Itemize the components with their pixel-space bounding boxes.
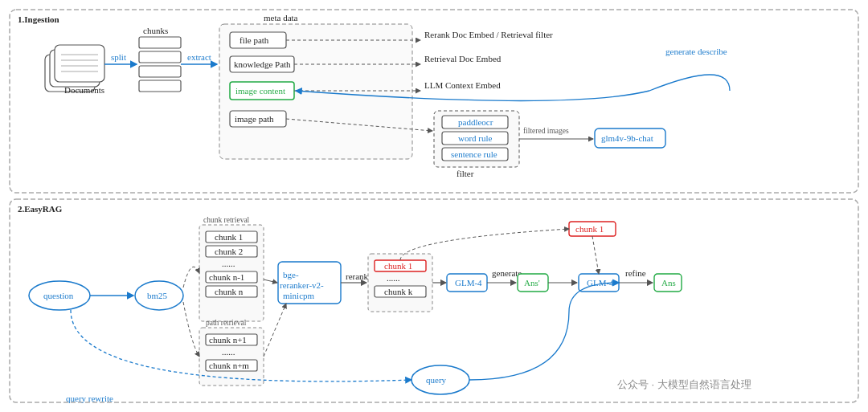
chunk1-top-label: chunk 1	[575, 224, 604, 234]
ansp-label: Ans'	[524, 278, 540, 288]
ans-label: Ans	[661, 278, 676, 288]
question-label: question	[43, 291, 74, 300]
bge-label-3: minicpm	[283, 291, 315, 300]
chunkn-label: chunk n	[215, 287, 244, 296]
bm25-label: bm25	[147, 291, 168, 300]
glm4v-label: glm4v-9b-chat	[601, 133, 653, 143]
pathretrieve-label: path retrieval	[206, 319, 247, 327]
chunknpm-label: chunk n+m	[209, 361, 249, 370]
rerank-embed-label: Rerank Doc Embed / Retrieval filter	[424, 30, 553, 39]
chunk-rect-4	[139, 80, 181, 92]
glm4-label: GLM-4	[455, 278, 482, 288]
chunknp1-label: chunk n+1	[209, 335, 247, 345]
metadata-label: meta data	[264, 13, 298, 22]
bge-label-2: reranker-v2-	[280, 280, 324, 290]
chunkk-label: chunk k	[384, 287, 413, 296]
refine-label: refine	[625, 268, 646, 278]
chunks-label: chunks	[143, 26, 168, 35]
watermark: 公众号 · 大模型自然语言处理	[617, 378, 751, 390]
main-container: 1.Ingestion Documents split chunks extra…	[0, 0, 868, 412]
queryrewrite-label: query rewrite	[66, 394, 113, 403]
documents-label: Documents	[64, 85, 104, 95]
ingestion-title: 1.Ingestion	[18, 14, 59, 24]
chunk1-reranked-label: chunk 1	[384, 261, 412, 271]
sentencerule-label: sentence rule	[451, 149, 497, 159]
filter-label: filter	[457, 169, 474, 178]
chunk1-left-label: chunk 1	[215, 232, 243, 242]
bge-label-1: bge-	[283, 270, 299, 279]
filteredimages-label: filtered images	[523, 127, 569, 135]
svg-line-18	[264, 279, 277, 283]
query-label: query	[426, 375, 447, 385]
dotdot-left-1: ......	[222, 259, 235, 268]
rerank-label: rerank	[346, 271, 369, 281]
full-diagram: 1.Ingestion Documents split chunks extra…	[6, 6, 862, 406]
svg-line-19	[264, 304, 286, 357]
imagecontent-label: image content	[235, 86, 285, 96]
easyrag-title: 2.EasyRAG	[18, 204, 63, 214]
doc-stack-1	[55, 45, 104, 82]
dotdot-reranked: ......	[387, 273, 400, 283]
llm-context-label: LLM Context Embed	[424, 80, 501, 90]
imagepath-label: image path	[235, 114, 274, 124]
chunknm1-label: chunk n-1	[209, 272, 244, 282]
paddleocr-label: paddleocr	[458, 117, 493, 127]
chunk-rect-2	[139, 51, 181, 63]
split-label: split	[111, 52, 126, 62]
chunk-rect-3	[139, 66, 181, 77]
filepath-label: file path	[240, 35, 269, 45]
chunk-rect-1	[139, 37, 181, 48]
dotdot-left-2: ......	[222, 347, 235, 357]
generatedescribe-label: generate describe	[665, 47, 727, 56]
chunk2-left-label: chunk 2	[215, 247, 243, 256]
retrieval-doc-label: Retrieval Doc Embed	[424, 54, 502, 63]
extract-label: extract	[187, 52, 211, 62]
svg-line-25	[592, 236, 599, 274]
knowledgepath-label: knowledge Path	[234, 59, 291, 69]
chunkretrieve-label: chunk retrieval	[203, 216, 250, 224]
wordrule-label: word rule	[458, 133, 493, 143]
